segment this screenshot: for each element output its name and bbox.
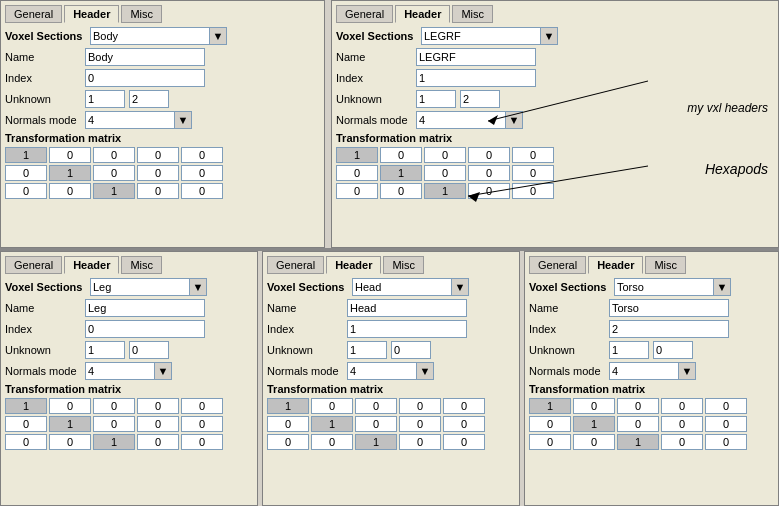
normals-arrow-tr[interactable]: ▼ <box>505 111 523 129</box>
m-br-03: 0 <box>661 398 703 414</box>
unknown-label-tr: Unknown <box>336 93 416 105</box>
index-input-tr[interactable] <box>416 69 536 87</box>
normals-select-tr[interactable]: 4 ▼ <box>416 111 523 129</box>
unknown1-input-bl[interactable] <box>85 341 125 359</box>
unknown2-input-bl[interactable] <box>129 341 169 359</box>
tab-header-tr[interactable]: Header <box>395 5 450 23</box>
m-tr-23: 0 <box>468 183 510 199</box>
m-bm-21: 0 <box>311 434 353 450</box>
normals-value-tr[interactable]: 4 <box>416 111 506 129</box>
voxel-sections-arrow-bl[interactable]: ▼ <box>189 278 207 296</box>
transform-label-bm: Transformation matrix <box>267 383 515 395</box>
m-br-20: 0 <box>529 434 571 450</box>
name-input-br[interactable] <box>609 299 729 317</box>
m-bl-21: 0 <box>49 434 91 450</box>
unknown2-input-tl[interactable] <box>129 90 169 108</box>
name-input-tr[interactable] <box>416 48 536 66</box>
tab-misc-tr[interactable]: Misc <box>452 5 493 23</box>
m-tl-13: 0 <box>137 165 179 181</box>
voxel-sections-value-tl[interactable]: Body <box>90 27 210 45</box>
m-bm-20: 0 <box>267 434 309 450</box>
tab-general-tl[interactable]: General <box>5 5 62 23</box>
tab-general-bl[interactable]: General <box>5 256 62 274</box>
m-bm-23: 0 <box>399 434 441 450</box>
normals-select-bm[interactable]: 4 ▼ <box>347 362 434 380</box>
voxel-sections-arrow-bm[interactable]: ▼ <box>451 278 469 296</box>
m-tl-24: 0 <box>181 183 223 199</box>
unknown2-input-br[interactable] <box>653 341 693 359</box>
m-bl-00: 1 <box>5 398 47 414</box>
unknown1-input-tl[interactable] <box>85 90 125 108</box>
unknown1-input-bm[interactable] <box>347 341 387 359</box>
normals-value-bl[interactable]: 4 <box>85 362 155 380</box>
tab-header-bm[interactable]: Header <box>326 256 381 274</box>
voxel-sections-select-tl[interactable]: Body ▼ <box>90 27 227 45</box>
tab-header-br[interactable]: Header <box>588 256 643 274</box>
m-bm-22: 1 <box>355 434 397 450</box>
tab-general-br[interactable]: General <box>529 256 586 274</box>
normals-select-tl[interactable]: 4 ▼ <box>85 111 192 129</box>
normals-arrow-br[interactable]: ▼ <box>678 362 696 380</box>
name-input-bm[interactable] <box>347 299 467 317</box>
tab-general-tr[interactable]: General <box>336 5 393 23</box>
normals-arrow-tl[interactable]: ▼ <box>174 111 192 129</box>
voxel-sections-arrow-tl[interactable]: ▼ <box>209 27 227 45</box>
m-br-11: 1 <box>573 416 615 432</box>
index-input-tl[interactable] <box>85 69 205 87</box>
m-tl-02: 0 <box>93 147 135 163</box>
voxel-sections-value-bm[interactable]: Head <box>352 278 452 296</box>
transform-label-tr: Transformation matrix <box>336 132 774 144</box>
m-tr-22: 1 <box>424 183 466 199</box>
tab-misc-tl[interactable]: Misc <box>121 5 162 23</box>
normals-select-bl[interactable]: 4 ▼ <box>85 362 172 380</box>
normals-label-bl: Normals mode <box>5 365 85 377</box>
name-label-br: Name <box>529 302 609 314</box>
m-br-00: 1 <box>529 398 571 414</box>
normals-label-br: Normals mode <box>529 365 609 377</box>
m-tl-12: 0 <box>93 165 135 181</box>
voxel-sections-select-tr[interactable]: LEGRF ▼ <box>421 27 558 45</box>
tab-header-bl[interactable]: Header <box>64 256 119 274</box>
m-tl-10: 0 <box>5 165 47 181</box>
unknown1-input-br[interactable] <box>609 341 649 359</box>
normals-select-br[interactable]: 4 ▼ <box>609 362 696 380</box>
m-bm-00: 1 <box>267 398 309 414</box>
voxel-sections-value-tr[interactable]: LEGRF <box>421 27 541 45</box>
normals-arrow-bm[interactable]: ▼ <box>416 362 434 380</box>
unknown2-input-bm[interactable] <box>391 341 431 359</box>
voxel-sections-label-tl: Voxel Sections <box>5 30 90 42</box>
index-input-br[interactable] <box>609 320 729 338</box>
m-br-04: 0 <box>705 398 747 414</box>
normals-value-br[interactable]: 4 <box>609 362 679 380</box>
voxel-sections-arrow-br[interactable]: ▼ <box>713 278 731 296</box>
index-input-bl[interactable] <box>85 320 205 338</box>
tab-header-tl[interactable]: Header <box>64 5 119 23</box>
name-input-tl[interactable] <box>85 48 205 66</box>
m-tr-21: 0 <box>380 183 422 199</box>
voxel-sections-value-bl[interactable]: Leg <box>90 278 190 296</box>
unknown-label-bm: Unknown <box>267 344 347 356</box>
normals-arrow-bl[interactable]: ▼ <box>154 362 172 380</box>
m-tl-00: 1 <box>5 147 47 163</box>
m-bl-14: 0 <box>181 416 223 432</box>
voxel-sections-value-br[interactable]: Torso <box>614 278 714 296</box>
tab-misc-bm[interactable]: Misc <box>383 256 424 274</box>
m-tl-14: 0 <box>181 165 223 181</box>
index-input-bm[interactable] <box>347 320 467 338</box>
m-tr-12: 0 <box>424 165 466 181</box>
voxel-sections-arrow-tr[interactable]: ▼ <box>540 27 558 45</box>
unknown2-input-tr[interactable] <box>460 90 500 108</box>
unknown1-input-tr[interactable] <box>416 90 456 108</box>
voxel-sections-select-br[interactable]: Torso ▼ <box>614 278 731 296</box>
normals-label-bm: Normals mode <box>267 365 347 377</box>
name-label-tr: Name <box>336 51 416 63</box>
voxel-sections-select-bl[interactable]: Leg ▼ <box>90 278 207 296</box>
normals-value-tl[interactable]: 4 <box>85 111 175 129</box>
m-tr-00: 1 <box>336 147 378 163</box>
normals-value-bm[interactable]: 4 <box>347 362 417 380</box>
voxel-sections-select-bm[interactable]: Head ▼ <box>352 278 469 296</box>
tab-general-bm[interactable]: General <box>267 256 324 274</box>
tab-misc-bl[interactable]: Misc <box>121 256 162 274</box>
name-input-bl[interactable] <box>85 299 205 317</box>
tab-misc-br[interactable]: Misc <box>645 256 686 274</box>
